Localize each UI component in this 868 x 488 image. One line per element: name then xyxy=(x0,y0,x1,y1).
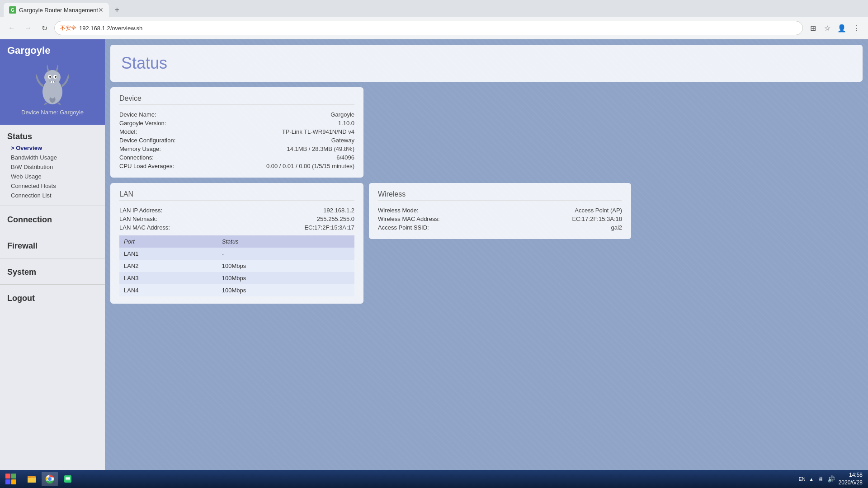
table-row: Gargoyle Version: 1.10.0 xyxy=(119,119,354,127)
firewall-section-title[interactable]: Firewall xyxy=(0,238,105,253)
svg-rect-15 xyxy=(66,478,70,479)
table-row: LAN2 100Mbps xyxy=(119,260,354,272)
taskbar-clock: 14:58 2020/6/28 xyxy=(839,471,863,487)
table-row: Model: TP-Link TL-WR941N/ND v4 xyxy=(119,127,354,136)
svg-rect-6 xyxy=(51,81,52,83)
logout-button[interactable]: Logout xyxy=(0,290,105,305)
lan-netmask-value: 255.255.255.0 xyxy=(238,215,354,223)
port-table: Port Status LAN1 - LAN2 100Mbps xyxy=(119,235,354,296)
lan-ip-label: LAN IP Address: xyxy=(119,206,238,215)
taskbar-item-chrome[interactable] xyxy=(42,472,58,486)
active-tab[interactable]: G Gargoyle Router Management ✕ xyxy=(4,3,109,17)
table-row: LAN IP Address: 192.168.1.2 xyxy=(119,206,354,215)
wireless-mode-value: Access Point (AP) xyxy=(513,206,622,215)
gargoyle-version-value: 1.10.0 xyxy=(211,119,354,127)
status-section-title[interactable]: Status xyxy=(0,128,105,143)
translate-button[interactable]: ⊞ xyxy=(807,22,819,34)
sidebar-section-connection: Connection xyxy=(0,208,105,230)
taskbar-items xyxy=(22,472,793,486)
device-name-label: Device Name: xyxy=(119,110,211,119)
svg-point-4 xyxy=(49,76,51,78)
bookmark-button[interactable]: ☆ xyxy=(821,22,834,34)
ap-ssid-label: Access Point SSID: xyxy=(378,223,513,232)
device-config-value: Gateway xyxy=(211,136,354,145)
menu-button[interactable]: ⋮ xyxy=(850,22,863,34)
reload-button[interactable]: ↻ xyxy=(38,22,51,34)
taskbar-keyboard: EN xyxy=(798,476,805,482)
sidebar-section-firewall: Firewall xyxy=(0,234,105,256)
lan-mac-label: LAN MAC Address: xyxy=(119,223,238,232)
gargoyle-version-label: Gargoyle Version: xyxy=(119,119,211,127)
table-row: Memory Usage: 14.1MB / 28.3MB (49.8%) xyxy=(119,145,354,153)
svg-rect-10 xyxy=(28,476,31,478)
status-lan2: 100Mbps xyxy=(217,260,354,272)
lan-mac-value: EC:17:2F:15:3A:17 xyxy=(238,223,354,232)
device-name-value: Gargoyle xyxy=(211,110,354,119)
device-config-label: Device Configuration: xyxy=(119,136,211,145)
chrome-icon xyxy=(45,474,54,483)
taskbar-right: EN ▲ 🖥 🔊 14:58 2020/6/28 xyxy=(793,471,868,487)
sidebar-item-connection-list[interactable]: Connection List xyxy=(0,191,105,200)
sidebar-item-bw-distribution[interactable]: B/W Distribution xyxy=(0,162,105,172)
model-label: Model: xyxy=(119,127,211,136)
new-tab-button[interactable]: + xyxy=(111,4,123,16)
back-button[interactable]: ← xyxy=(5,22,18,34)
status-header-card: Status xyxy=(110,45,863,82)
taskbar-network: 🖥 xyxy=(817,475,824,483)
port-table-header-row: Port Status xyxy=(119,235,354,248)
address-bar[interactable]: 不安全 192.168.1.2/overview.sh xyxy=(54,21,803,35)
table-row: Wireless MAC Address: EC:17:2F:15:3A:18 xyxy=(378,215,622,223)
tab-favicon: G xyxy=(9,6,16,14)
sidebar-divider-3 xyxy=(0,258,105,258)
start-button[interactable] xyxy=(0,470,22,488)
taskbar-date: 2020/6/28 xyxy=(839,479,863,487)
nav-right-buttons: ⊞ ☆ 👤 ⋮ xyxy=(807,22,863,34)
sidebar: Gargoyle xyxy=(0,39,105,488)
table-row: Connections: 6/4096 xyxy=(119,153,354,162)
connection-section-title[interactable]: Connection xyxy=(0,211,105,226)
taskbar-item-app[interactable] xyxy=(60,472,76,486)
tab-close-button[interactable]: ✕ xyxy=(98,6,104,14)
nav-bar: ← → ↻ 不安全 192.168.1.2/overview.sh ⊞ ☆ 👤 … xyxy=(0,17,868,39)
tab-bar: G Gargoyle Router Management ✕ + xyxy=(0,0,868,17)
app-icon xyxy=(63,474,72,483)
taskbar-volume: 🔊 xyxy=(827,475,835,483)
system-section-title[interactable]: System xyxy=(0,264,105,279)
port-lan1: LAN1 xyxy=(119,248,217,260)
port-lan3: LAN3 xyxy=(119,272,217,284)
url-display: 192.168.1.2/overview.sh xyxy=(79,25,797,32)
insecure-indicator: 不安全 xyxy=(60,24,76,32)
windows-logo xyxy=(5,474,16,484)
cpu-load-label: CPU Load Averages: xyxy=(119,162,211,170)
svg-rect-9 xyxy=(28,478,36,483)
sidebar-item-overview[interactable]: > Overview xyxy=(0,143,105,153)
forward-button[interactable]: → xyxy=(22,22,34,34)
table-row: LAN4 100Mbps xyxy=(119,284,354,296)
sidebar-section-logout: Logout xyxy=(0,286,105,309)
status-col-header: Status xyxy=(217,235,354,248)
sidebar-item-web-usage[interactable]: Web Usage xyxy=(0,172,105,181)
status-lan1: - xyxy=(217,248,354,260)
lan-card: LAN LAN IP Address: 192.168.1.2 LAN Netm… xyxy=(110,183,363,304)
wireless-card: Wireless Wireless Mode: Access Point (AP… xyxy=(369,183,631,239)
table-row: LAN1 - xyxy=(119,248,354,260)
page-title: Status xyxy=(121,54,852,73)
wireless-mode-label: Wireless Mode: xyxy=(378,206,513,215)
sidebar-item-connected-hosts[interactable]: Connected Hosts xyxy=(0,181,105,191)
taskbar-item-explorer[interactable] xyxy=(24,472,40,486)
ap-ssid-value: gai2 xyxy=(513,223,622,232)
wireless-info-table: Wireless Mode: Access Point (AP) Wireles… xyxy=(378,206,622,232)
port-lan4: LAN4 xyxy=(119,284,217,296)
taskbar-chevron[interactable]: ▲ xyxy=(809,477,814,482)
explorer-icon xyxy=(27,474,36,483)
sidebar-section-system: System xyxy=(0,260,105,282)
sidebar-item-bandwidth[interactable]: Bandwidth Usage xyxy=(0,153,105,162)
lan-wireless-row: LAN LAN IP Address: 192.168.1.2 LAN Netm… xyxy=(110,183,863,304)
browser-chrome: G Gargoyle Router Management ✕ + ← → ↻ 不… xyxy=(0,0,868,39)
status-lan3: 100Mbps xyxy=(217,272,354,284)
cpu-load-value: 0.00 / 0.01 / 0.00 (1/5/15 minutes) xyxy=(211,162,354,170)
sidebar-divider-2 xyxy=(0,232,105,232)
table-row: CPU Load Averages: 0.00 / 0.01 / 0.00 (1… xyxy=(119,162,354,170)
profile-button[interactable]: 👤 xyxy=(835,22,848,34)
memory-usage-value: 14.1MB / 28.3MB (49.8%) xyxy=(211,145,354,153)
